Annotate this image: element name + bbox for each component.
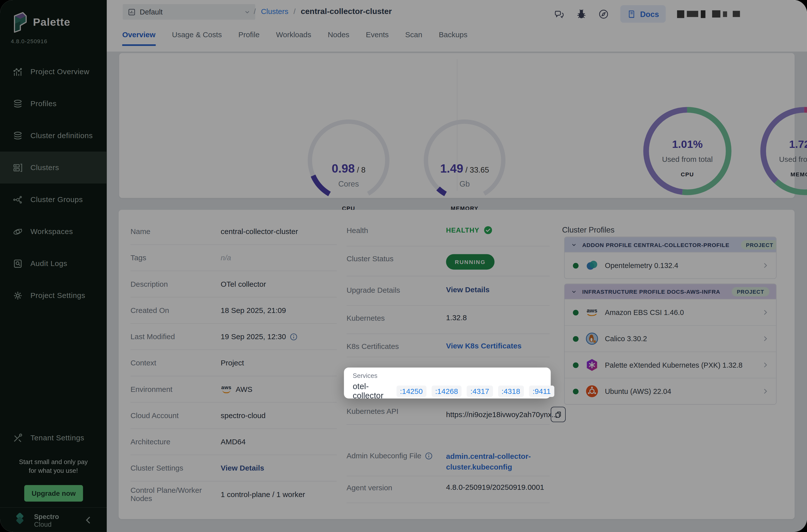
chevron-right-icon (762, 262, 769, 269)
sidebar-item-cluster-groups[interactable]: Cluster Groups (0, 184, 107, 215)
profile-layer-name: Ubuntu (AWS) 22.04 (605, 387, 762, 395)
profile-layer-amazon-ebs-csi-1-46-0[interactable]: awsAmazon EBS CSI 1.46.0 (565, 299, 776, 325)
project-badge: PROJECT (741, 240, 776, 249)
opentelemetry-icon (585, 259, 599, 272)
gauge-memory: 1.49 / 33.65 Gb MEMORY (421, 116, 508, 204)
profile-group: INFRASTRUCTURE PROFILE DOCS-AWS-INFRAPRO… (564, 284, 776, 405)
calico-icon (585, 332, 599, 345)
cluster-profiles-title: Cluster Profiles (562, 225, 615, 234)
detail-row-cluster-settings: Cluster SettingsView Details (130, 455, 337, 481)
profile-layer-opentelemetry-0-132-4[interactable]: Opentelemetry 0.132.4 (565, 252, 776, 278)
breadcrumb-clusters-link[interactable]: Clusters (261, 7, 288, 16)
sidebar-item-project-settings[interactable]: Project Settings (0, 280, 107, 311)
detail-row-k8s-certificates: K8s CertificatesView K8s Certificates (346, 347, 550, 348)
donut-memory: 1.72% Used from total MEMORY (759, 106, 807, 196)
layers-icon (13, 131, 23, 140)
sidebar-item-label: Profiles (31, 99, 57, 108)
cluster-details-left: Namecentral-collector-clusterTagsn/aDesc… (130, 218, 337, 507)
tab-usage-costs[interactable]: Usage & Costs (172, 24, 222, 46)
service-port-link[interactable]: :14250 (396, 386, 426, 397)
profile-group-header[interactable]: ADDON PROFILE CENTRAL-COLLECTOR-PROFILEP… (565, 237, 776, 252)
brand: Palette (10, 11, 70, 33)
detail-row-created-on: Created On18 Sep 2025, 21:09 (130, 298, 337, 324)
profile-group-header[interactable]: INFRASTRUCTURE PROFILE DOCS-AWS-INFRAPRO… (565, 284, 776, 299)
tab-nodes[interactable]: Nodes (328, 24, 350, 46)
admin-kubeconfig-link[interactable]: admin.central-collector-cluster.kubeconf… (446, 451, 531, 473)
profile-layer-palette-extended-kubernetes-pxk-1-32-8[interactable]: Palette eXtended Kubernetes (PXK) 1.32.8 (565, 352, 776, 378)
pxk-icon (585, 358, 599, 372)
page-title: central-collector-cluster (301, 7, 392, 16)
sidebar-collapse-icon[interactable] (84, 515, 93, 525)
sidebar-item-cluster-definitions[interactable]: Cluster definitions (0, 120, 107, 152)
chevron-down-icon (244, 9, 250, 15)
sidebar-item-audit-logs[interactable]: Audit Logs (0, 248, 107, 280)
detail-value: OTel collector (221, 280, 266, 288)
sidebar-item-label: Cluster Groups (31, 195, 83, 204)
detail-value: 18 Sep 2025, 21:09 (221, 306, 286, 315)
upgrade-view-details-link[interactable]: View Details (446, 285, 489, 294)
cluster-profiles-panel: ADDON PROFILE CENTRAL-COLLECTOR-PROFILEP… (564, 236, 776, 409)
service-name: otel-collector (353, 382, 383, 400)
docs-button[interactable]: Docs (621, 5, 666, 23)
detail-value[interactable]: View Details (221, 464, 264, 472)
sidebar-item-project-overview[interactable]: Project Overview (0, 56, 107, 88)
detail-label: Created On (130, 306, 221, 315)
upgrade-now-button[interactable]: Upgrade now (24, 485, 83, 501)
detail-row-agent-version: Agent version4.8.0-250919/20250919.0001 (346, 489, 550, 489)
view-k8s-certificates-link[interactable]: View K8s Certificates (446, 342, 521, 350)
sidebar-item-label: Project Settings (31, 291, 86, 300)
gauge-cpu: 0.98 / 8 Cores CPU (305, 116, 393, 204)
detail-value: awsAWS (221, 385, 252, 393)
orbit-icon (13, 227, 23, 236)
sidebar-item-tenant-settings[interactable]: Tenant Settings (0, 422, 107, 454)
detail-label: Environment (130, 385, 221, 393)
cluster-status-badge[interactable]: RUNNING (446, 254, 494, 269)
feedback-chat-icon[interactable] (554, 8, 565, 19)
breadcrumb: / Clusters / central-collector-cluster (254, 7, 392, 16)
tools-icon (13, 433, 23, 442)
profile-group: ADDON PROFILE CENTRAL-COLLECTOR-PROFILEP… (564, 236, 776, 279)
sidebar-item-clusters[interactable]: Clusters (0, 152, 107, 184)
status-dot (573, 388, 579, 394)
kubernetes-version: 1.32.8 (446, 314, 467, 322)
sidebar-item-workspaces[interactable]: Workspaces (0, 215, 107, 248)
detail-row-tags: Tagsn/a (130, 245, 337, 271)
server-icon (13, 163, 23, 172)
service-port-link[interactable]: :9411 (529, 386, 555, 397)
detail-row-control-plane-worker-nodes: Control Plane/Worker Nodes1 control-plan… (130, 481, 337, 507)
chevron-right-icon (762, 388, 769, 395)
sidebar-item-profiles[interactable]: Profiles (0, 88, 107, 120)
bug-report-icon[interactable] (576, 8, 587, 19)
service-port-link[interactable]: :4317 (467, 386, 493, 397)
profile-layer-name: Amazon EBS CSI 1.46.0 (605, 308, 762, 317)
help-compass-icon[interactable] (598, 8, 609, 19)
detail-row-cloud-account: Cloud Accountspectro-cloud (130, 403, 337, 429)
tab-backups[interactable]: Backups (439, 24, 467, 46)
tab-scan[interactable]: Scan (405, 24, 422, 46)
services-title: Services (353, 372, 377, 379)
project-badge: PROJECT (732, 287, 769, 296)
status-dot (573, 263, 579, 268)
service-port-link[interactable]: :4318 (498, 386, 524, 397)
detail-label: Cloud Account (130, 411, 221, 420)
profile-layer-name: Calico 3.30.2 (605, 335, 762, 343)
detail-row-name: Namecentral-collector-cluster (130, 218, 337, 245)
project-selector[interactable]: Default (123, 4, 255, 20)
tab-profile[interactable]: Profile (238, 24, 260, 46)
service-port-link[interactable]: :14268 (431, 386, 462, 397)
detail-row-last-modified: Last Modified19 Sep 2025, 12:30 (130, 324, 337, 350)
status-dot (573, 336, 579, 342)
profile-layer-calico-3-30-2[interactable]: Calico 3.30.2 (565, 325, 776, 352)
profile-layer-ubuntu-aws-22-04[interactable]: Ubuntu (AWS) 22.04 (565, 378, 776, 404)
detail-row-cluster-status: Cluster StatusRUNNING (346, 260, 550, 260)
ubuntu-icon (585, 385, 599, 398)
tab-events[interactable]: Events (366, 24, 389, 46)
spectro-cloud-brand: Spectro Cloud (13, 513, 59, 529)
tab-overview[interactable]: Overview (122, 24, 155, 46)
profile-group-title: INFRASTRUCTURE PROFILE DOCS-AWS-INFRA (582, 288, 720, 295)
sidebar-item-label: Project Overview (31, 68, 90, 76)
copy-button[interactable] (551, 406, 566, 422)
detail-row-kubernetes-api: Kubernetes APIhttps://ni9ozje18ivwoy2ah7… (346, 412, 550, 413)
tab-workloads[interactable]: Workloads (276, 24, 311, 46)
detail-row-context: ContextProject (130, 350, 337, 376)
